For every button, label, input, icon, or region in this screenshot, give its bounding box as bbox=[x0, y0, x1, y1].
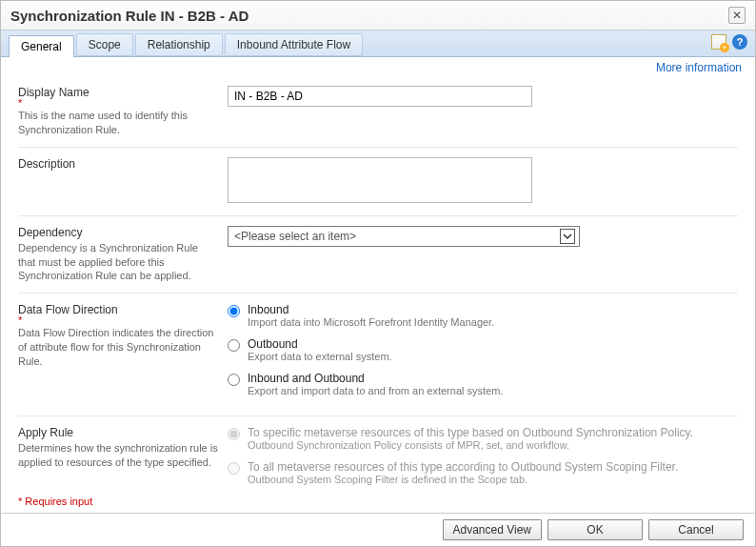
option-label: To specific metaverse resources of this … bbox=[248, 426, 693, 439]
dependency-hint: Dependency is a Synchronization Rule tha… bbox=[18, 241, 218, 284]
option-hint: Export and import data to and from an ex… bbox=[248, 385, 503, 396]
cancel-button[interactable]: Cancel bbox=[648, 519, 744, 540]
apply-rule-hint: Determines how the synchronization rule … bbox=[18, 441, 218, 470]
new-document-icon[interactable] bbox=[711, 34, 726, 50]
tab-scope[interactable]: Scope bbox=[76, 33, 133, 56]
option-hint: Import data into Microsoft Forefront Ide… bbox=[248, 316, 494, 328]
row-apply-rule: Apply Rule Determines how the synchroniz… bbox=[18, 416, 738, 492]
row-data-flow: Data Flow Direction * Data Flow Directio… bbox=[18, 294, 738, 416]
row-display-name: Display Name * This is the name used to … bbox=[18, 76, 738, 148]
required-marker: * bbox=[18, 316, 218, 324]
radio-apply-specific bbox=[228, 428, 240, 440]
display-name-input[interactable] bbox=[228, 86, 532, 107]
chevron-down-icon bbox=[560, 229, 575, 244]
apply-rule-label: Apply Rule bbox=[18, 426, 218, 439]
description-input[interactable] bbox=[228, 157, 532, 203]
tab-label: General bbox=[21, 40, 62, 53]
row-dependency: Dependency Dependency is a Synchronizati… bbox=[18, 216, 738, 294]
option-label: Inbound and Outbound bbox=[248, 372, 503, 385]
more-information-link[interactable]: More information bbox=[656, 61, 742, 74]
window-title: Synchronization Rule IN - B2B - AD bbox=[10, 8, 249, 24]
dependency-label: Dependency bbox=[18, 226, 218, 239]
tabbar-actions: ? bbox=[711, 34, 747, 50]
subheader: More information bbox=[1, 57, 755, 76]
dependency-select[interactable]: <Please select an item> bbox=[228, 226, 580, 247]
data-flow-option-both: Inbound and Outbound Export and import d… bbox=[228, 372, 738, 396]
radio-inbound[interactable] bbox=[228, 305, 240, 317]
tab-relationship[interactable]: Relationship bbox=[135, 33, 223, 56]
radio-both[interactable] bbox=[228, 374, 240, 386]
close-icon: ✕ bbox=[732, 9, 742, 22]
advanced-view-button[interactable]: Advanced View bbox=[443, 519, 543, 540]
description-label: Description bbox=[18, 157, 218, 171]
option-label: Outbound bbox=[248, 337, 392, 351]
option-label: Inbound bbox=[248, 303, 494, 316]
data-flow-label: Data Flow Direction bbox=[18, 303, 218, 316]
tab-label: Relationship bbox=[148, 38, 210, 51]
option-hint: Outbound Synchronization Policy consists… bbox=[248, 439, 693, 451]
footer: Advanced View OK Cancel bbox=[1, 513, 755, 546]
tab-label: Inbound Attribute Flow bbox=[237, 38, 350, 51]
data-flow-hint: Data Flow Direction indicates the direct… bbox=[18, 326, 218, 369]
required-marker: * bbox=[18, 99, 218, 107]
requires-input-note: * Requires input bbox=[1, 492, 755, 513]
ok-button[interactable]: OK bbox=[547, 519, 643, 540]
option-hint: Export data to external system. bbox=[248, 351, 392, 362]
tab-label: Scope bbox=[89, 38, 121, 51]
data-flow-option-inbound: Inbound Import data into Microsoft Foref… bbox=[228, 303, 738, 328]
titlebar: Synchronization Rule IN - B2B - AD ✕ bbox=[1, 1, 755, 30]
dependency-select-value: <Please select an item> bbox=[234, 230, 356, 243]
dialog-window: Synchronization Rule IN - B2B - AD ✕ Gen… bbox=[0, 0, 756, 547]
tab-bar: General Scope Relationship Inbound Attri… bbox=[1, 30, 755, 57]
close-button[interactable]: ✕ bbox=[728, 7, 746, 24]
row-description: Description bbox=[18, 148, 738, 216]
radio-outbound[interactable] bbox=[228, 339, 240, 352]
option-label: To all metaverse resources of this type … bbox=[248, 460, 678, 474]
apply-rule-option-all: To all metaverse resources of this type … bbox=[228, 460, 738, 485]
display-name-hint: This is the name used to identify this S… bbox=[18, 109, 218, 137]
tab-general[interactable]: General bbox=[9, 35, 74, 57]
tab-inbound-attribute-flow[interactable]: Inbound Attribute Flow bbox=[225, 33, 363, 56]
option-hint: Outbound System Scoping Filter is define… bbox=[248, 474, 678, 485]
data-flow-option-outbound: Outbound Export data to external system. bbox=[228, 337, 738, 362]
apply-rule-option-specific: To specific metaverse resources of this … bbox=[228, 426, 738, 451]
display-name-label: Display Name bbox=[18, 86, 218, 99]
help-icon[interactable]: ? bbox=[732, 34, 747, 50]
radio-apply-all bbox=[228, 462, 240, 475]
form-body: Display Name * This is the name used to … bbox=[1, 76, 755, 492]
